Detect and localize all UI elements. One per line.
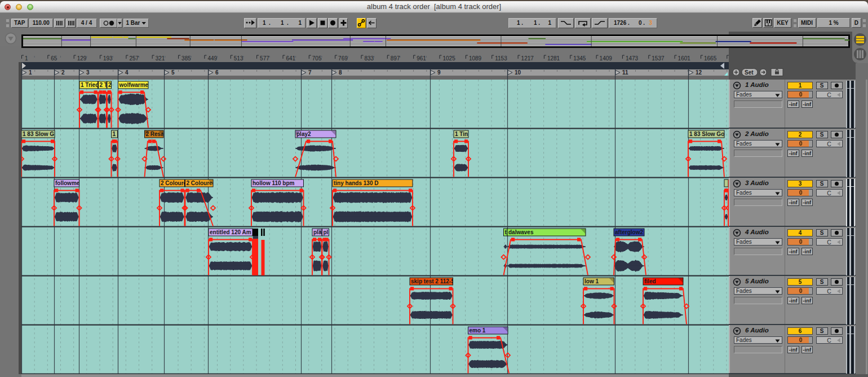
svg-text:385: 385 bbox=[181, 55, 191, 62]
svg-text:1153: 1153 bbox=[495, 55, 507, 62]
svg-text:play2: play2 bbox=[296, 131, 311, 137]
svg-text:2 T: 2 T bbox=[100, 82, 108, 88]
svg-text:449: 449 bbox=[207, 55, 217, 62]
svg-text:2 Resa: 2 Resa bbox=[146, 131, 165, 137]
svg-text:641: 641 bbox=[286, 55, 296, 62]
svg-text:8: 8 bbox=[339, 69, 342, 76]
svg-text:1: 1 bbox=[29, 69, 32, 76]
svg-text:9: 9 bbox=[437, 69, 441, 76]
svg-text:193: 193 bbox=[103, 55, 113, 62]
svg-text:12: 12 bbox=[696, 69, 702, 76]
svg-text:4: 4 bbox=[125, 69, 129, 76]
svg-text:833: 833 bbox=[365, 55, 374, 62]
svg-text:dalwaves: dalwaves bbox=[508, 229, 534, 235]
svg-text:pl: pl bbox=[324, 229, 329, 235]
svg-text:1 Tried: 1 Tried bbox=[81, 82, 99, 88]
svg-text:769: 769 bbox=[338, 55, 348, 62]
svg-text:2: 2 bbox=[61, 69, 65, 76]
svg-text:1281: 1281 bbox=[547, 55, 560, 62]
svg-text:257: 257 bbox=[129, 55, 139, 62]
svg-text:10: 10 bbox=[515, 69, 521, 76]
svg-text:Set: Set bbox=[745, 69, 754, 76]
svg-text:skip test 2 112-S: skip test 2 112-S bbox=[411, 278, 455, 284]
svg-text:1 83 Slow Go: 1 83 Slow Go bbox=[689, 131, 724, 137]
svg-text:low 1: low 1 bbox=[584, 278, 599, 284]
svg-text:705: 705 bbox=[312, 55, 322, 62]
svg-text:entitled 120 Am: entitled 120 Am bbox=[210, 229, 251, 235]
svg-text:1409: 1409 bbox=[600, 55, 613, 62]
svg-text:followme: followme bbox=[55, 180, 80, 186]
svg-text:1665: 1665 bbox=[704, 55, 717, 62]
svg-text:3: 3 bbox=[86, 69, 90, 76]
svg-text:filed: filed bbox=[644, 278, 656, 284]
svg-text:hollow 110 bpm: hollow 110 bpm bbox=[253, 180, 295, 186]
svg-text:1 83 Slow G: 1 83 Slow G bbox=[23, 131, 54, 137]
svg-text:7: 7 bbox=[308, 69, 312, 76]
svg-text:2 Coloure: 2 Coloure bbox=[161, 180, 187, 186]
svg-text:1217: 1217 bbox=[521, 55, 534, 62]
svg-text:897: 897 bbox=[391, 55, 400, 62]
svg-text:1473: 1473 bbox=[626, 55, 639, 62]
svg-text:2: 2 bbox=[108, 82, 112, 88]
svg-text:emo 1: emo 1 bbox=[470, 327, 486, 334]
svg-text:pla: pla bbox=[313, 229, 322, 235]
svg-text:321: 321 bbox=[156, 55, 165, 62]
svg-text:6: 6 bbox=[215, 69, 219, 76]
svg-text:65: 65 bbox=[51, 55, 57, 62]
svg-text:2 Coloured: 2 Coloured bbox=[187, 180, 216, 186]
svg-text:1089: 1089 bbox=[469, 55, 482, 62]
svg-text:129: 129 bbox=[77, 55, 87, 62]
svg-text:afterglow2: afterglow2 bbox=[615, 229, 643, 235]
svg-text:wolfwarmer: wolfwarmer bbox=[119, 82, 151, 88]
svg-text:513: 513 bbox=[234, 55, 243, 62]
svg-text:tiny hands 130 D: tiny hands 130 D bbox=[334, 180, 378, 186]
svg-text:577: 577 bbox=[260, 55, 269, 62]
svg-text:1601: 1601 bbox=[678, 55, 691, 62]
svg-text:961: 961 bbox=[417, 55, 426, 62]
svg-text:5: 5 bbox=[171, 69, 175, 76]
svg-text:11: 11 bbox=[622, 69, 628, 76]
svg-text:1: 1 bbox=[25, 55, 28, 62]
svg-text:1537: 1537 bbox=[652, 55, 665, 62]
svg-text:1345: 1345 bbox=[573, 55, 586, 62]
svg-text:1 Tin: 1 Tin bbox=[455, 131, 468, 137]
svg-text:1: 1 bbox=[113, 131, 116, 137]
svg-text:1025: 1025 bbox=[443, 55, 456, 62]
